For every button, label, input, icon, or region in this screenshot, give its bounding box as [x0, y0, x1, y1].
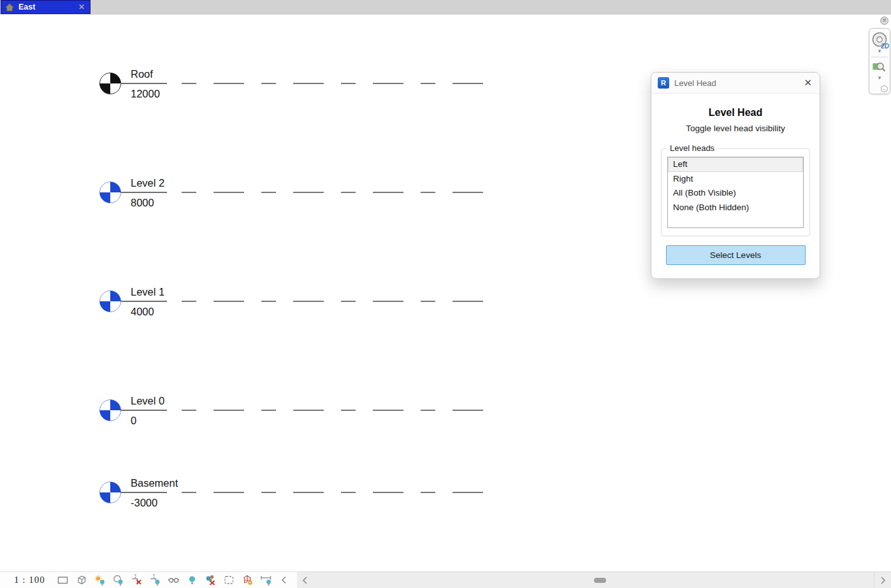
- zoom-dropdown-icon[interactable]: ▼: [877, 76, 882, 81]
- level-heads-listbox[interactable]: Left Right All (Both Visible) None (Both…: [667, 157, 804, 228]
- bottom-bar: 1 : 100: [0, 571, 891, 588]
- reveal-hidden-elements-icon: [168, 574, 180, 586]
- navbar-collapse-icon[interactable]: ✕: [880, 17, 888, 25]
- level-head-icon[interactable]: [99, 290, 122, 313]
- reveal-hidden-elements-button[interactable]: [168, 574, 180, 586]
- dialog-close-icon[interactable]: ✕: [802, 77, 813, 89]
- scroll-right-icon[interactable]: [874, 572, 891, 588]
- level-line-dashed[interactable]: [182, 192, 500, 193]
- navigation-bar: 2D ▼ ▼ –: [869, 28, 890, 94]
- revit-app-icon: R: [658, 77, 669, 89]
- show-crop-region-button[interactable]: [149, 574, 161, 586]
- level-name[interactable]: Level 2: [131, 176, 164, 189]
- temporary-hide-isolate-button[interactable]: [186, 574, 198, 586]
- level-line-dashed[interactable]: [182, 410, 500, 411]
- crop-view-icon: [131, 574, 143, 586]
- list-item-right[interactable]: Right: [668, 172, 803, 187]
- level-heads-groupbox: Level heads Left Right All (Both Visible…: [661, 148, 810, 236]
- reveal-constraints-icon: [260, 574, 272, 586]
- chevron-left-icon: [301, 576, 309, 585]
- visual-style-button[interactable]: [75, 574, 87, 586]
- shadows-icon: [112, 574, 124, 586]
- view-tab-title: East: [18, 3, 75, 11]
- dialog-heading: Level Head: [651, 107, 820, 118]
- wheel-2d-label: 2D: [881, 43, 889, 50]
- view-control-bar: 1 : 100: [0, 572, 297, 588]
- dialog-titlebar[interactable]: R Level Head ✕: [651, 73, 820, 94]
- scale-button[interactable]: 1 : 100: [14, 575, 45, 585]
- level-name[interactable]: Basement: [131, 477, 178, 489]
- level-line-solid[interactable]: [120, 410, 167, 411]
- view-tab-east[interactable]: East ✕: [1, 0, 91, 14]
- scrollbar-thumb[interactable]: [594, 578, 606, 583]
- detail-level-button[interactable]: [57, 574, 69, 586]
- level-line-dashed[interactable]: [182, 83, 500, 84]
- analytical-model-button[interactable]: [242, 574, 254, 586]
- worksharing-display-icon: [205, 574, 217, 586]
- list-item-none[interactable]: None (Both Hidden): [668, 201, 803, 215]
- horizontal-scrollbar[interactable]: [297, 571, 891, 588]
- level-line-solid[interactable]: [120, 492, 167, 493]
- reveal-constraints-button[interactable]: [260, 574, 272, 586]
- level-name[interactable]: Level 0: [131, 394, 164, 407]
- level-elevation[interactable]: -3000: [131, 496, 157, 509]
- level-elevation[interactable]: 4000: [131, 305, 154, 318]
- navbar-options-icon[interactable]: –: [881, 85, 888, 92]
- level-head-dialog: R Level Head ✕ Level Head Toggle level h…: [651, 72, 820, 279]
- level-line-dashed[interactable]: [182, 301, 500, 302]
- select-levels-button[interactable]: Select Levels: [666, 245, 806, 265]
- level-head-icon[interactable]: [99, 399, 122, 422]
- dialog-subtitle: Toggle level head visibility: [651, 124, 820, 133]
- elevation-view-icon: [4, 3, 15, 12]
- tab-close-icon[interactable]: ✕: [78, 3, 85, 11]
- show-crop-region-icon: [149, 574, 161, 586]
- level-elevation[interactable]: 12000: [131, 87, 160, 100]
- level-line-solid[interactable]: [120, 83, 167, 84]
- level-name[interactable]: Roof: [131, 68, 153, 80]
- level-head-icon[interactable]: [99, 481, 122, 504]
- level-line-dashed[interactable]: [182, 492, 500, 493]
- view-tab-strip: East ✕: [0, 0, 891, 15]
- groupbox-label: Level heads: [667, 143, 718, 153]
- level-elevation[interactable]: 0: [131, 414, 136, 427]
- wheel-dropdown-icon[interactable]: ▼: [877, 49, 882, 54]
- collapse-chevron-icon: [279, 574, 291, 586]
- scroll-left-icon[interactable]: [298, 572, 312, 588]
- crop-view-button[interactable]: [131, 574, 143, 586]
- navbar-divider: [871, 57, 888, 57]
- temporary-hide-isolate-icon: [186, 574, 198, 586]
- analytical-model-icon: [242, 574, 254, 586]
- detail-level-icon: [57, 574, 69, 586]
- level-head-icon[interactable]: [99, 181, 122, 204]
- shadows-button[interactable]: [112, 574, 124, 586]
- steering-wheel-button[interactable]: 2D: [871, 31, 888, 48]
- level-line-solid[interactable]: [120, 301, 167, 302]
- vcb-collapse-button[interactable]: [279, 574, 291, 586]
- level-elevation[interactable]: 8000: [131, 196, 154, 209]
- zoom-icon[interactable]: [872, 59, 887, 75]
- sun-path-icon: [94, 574, 106, 586]
- chevron-right-icon: [879, 576, 887, 585]
- level-name[interactable]: Level 1: [131, 285, 164, 298]
- list-item-all[interactable]: All (Both Visible): [668, 186, 803, 201]
- temporary-view-properties-icon: [223, 574, 235, 586]
- revit-drawing-area: East ✕ Roof 12000 Level 2 8000 L: [0, 0, 891, 588]
- sun-path-button[interactable]: [94, 574, 106, 586]
- level-line-solid[interactable]: [120, 192, 167, 193]
- visual-style-icon: [75, 574, 87, 586]
- list-item-left[interactable]: Left: [668, 157, 803, 172]
- worksharing-display-button[interactable]: [205, 574, 217, 586]
- temporary-view-properties-button[interactable]: [223, 574, 235, 586]
- level-head-icon[interactable]: [99, 72, 122, 95]
- dialog-title: Level Head: [674, 78, 802, 88]
